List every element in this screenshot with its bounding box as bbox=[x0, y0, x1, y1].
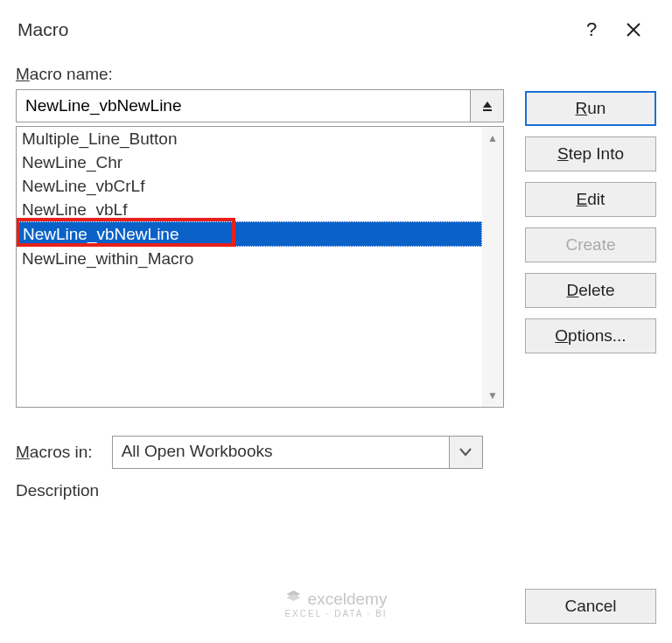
macro-listbox[interactable]: Multiple_Line_ButtonNewLine_ChrNewLine_v… bbox=[16, 126, 504, 408]
list-item[interactable]: NewLine_within_Macro bbox=[17, 247, 482, 270]
macros-in-select[interactable]: All Open Workbooks bbox=[112, 436, 483, 469]
list-item[interactable]: NewLine_Chr bbox=[17, 150, 482, 174]
chevron-down-icon[interactable] bbox=[450, 436, 483, 469]
watermark-logo-icon bbox=[285, 589, 303, 610]
options-button[interactable]: Options... bbox=[525, 318, 656, 353]
list-item[interactable]: NewLine_vbLf bbox=[17, 198, 482, 221]
step-into-button[interactable]: Step Into bbox=[525, 136, 656, 171]
macro-name-label: Macro name: bbox=[16, 65, 504, 84]
close-icon[interactable] bbox=[612, 12, 654, 47]
title-bar: Macro ? bbox=[0, 0, 672, 56]
edit-button[interactable]: Edit bbox=[525, 182, 656, 217]
macro-name-input[interactable] bbox=[16, 89, 471, 122]
listbox-scrollbar[interactable]: ▲ ▼ bbox=[482, 127, 503, 407]
description-label: Description bbox=[16, 481, 656, 500]
help-icon[interactable]: ? bbox=[570, 12, 612, 47]
watermark: exceldemy EXCEL · DATA · BI bbox=[284, 589, 387, 619]
delete-button[interactable]: Delete bbox=[525, 273, 656, 308]
list-item[interactable]: NewLine_vbCrLf bbox=[17, 174, 482, 198]
dialog-title: Macro bbox=[18, 19, 570, 40]
reference-picker-icon[interactable] bbox=[471, 89, 504, 122]
scroll-up-icon[interactable]: ▲ bbox=[487, 132, 498, 144]
macros-in-value: All Open Workbooks bbox=[112, 436, 450, 469]
macros-in-label: Macros in: bbox=[16, 443, 93, 462]
list-item[interactable]: NewLine_vbNewLine bbox=[17, 221, 482, 247]
create-button: Create bbox=[525, 227, 656, 262]
cancel-button[interactable]: Cancel bbox=[525, 589, 656, 624]
run-button[interactable]: Run bbox=[525, 91, 656, 126]
svg-rect-2 bbox=[483, 109, 492, 111]
list-item[interactable]: Multiple_Line_Button bbox=[17, 127, 482, 150]
scroll-down-icon[interactable]: ▼ bbox=[487, 389, 498, 402]
